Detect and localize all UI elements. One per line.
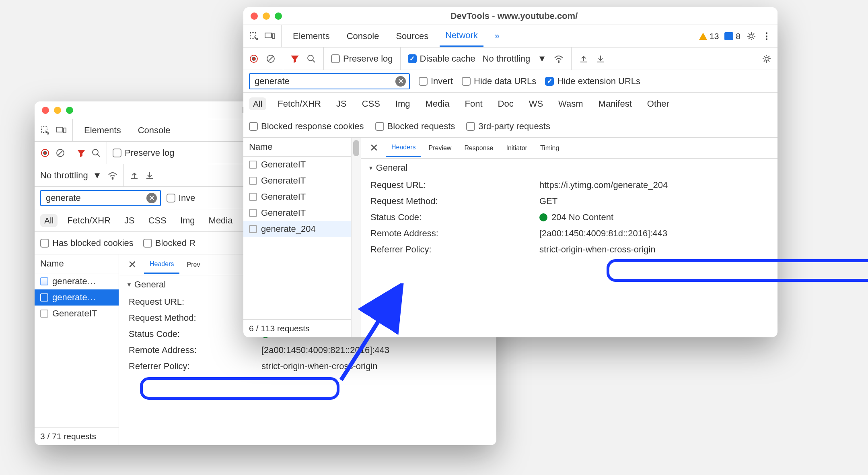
- type-doc[interactable]: Doc: [494, 97, 518, 110]
- type-fetchxhr[interactable]: Fetch/XHR: [274, 97, 325, 110]
- messages-badge[interactable]: 8: [724, 31, 740, 41]
- close-window-icon[interactable]: [42, 107, 49, 114]
- type-other[interactable]: Other: [643, 97, 673, 110]
- tab-initiator[interactable]: Initiator: [500, 140, 533, 157]
- scrollbar[interactable]: [351, 138, 361, 337]
- type-img[interactable]: Img: [176, 214, 199, 227]
- wifi-icon[interactable]: [553, 54, 564, 63]
- filter-icon[interactable]: [290, 54, 299, 63]
- filter-input[interactable]: generate ✕: [40, 190, 161, 206]
- blocked-response-cookies-checkbox[interactable]: Blocked response cookies: [249, 121, 364, 132]
- general-section[interactable]: General: [361, 159, 777, 177]
- type-img[interactable]: Img: [391, 97, 414, 110]
- type-js[interactable]: JS: [332, 97, 351, 110]
- request-row[interactable]: generate…: [35, 289, 119, 306]
- kv-request-url: Request URL:https://i.ytimg.com/generate…: [361, 177, 777, 193]
- search-icon[interactable]: [91, 148, 101, 158]
- upload-icon[interactable]: [579, 54, 588, 64]
- device-icon[interactable]: [264, 32, 276, 41]
- network-settings-icon[interactable]: [761, 54, 772, 64]
- svg-rect-1: [56, 127, 63, 132]
- tab-network[interactable]: Network: [440, 25, 483, 47]
- tab-timing[interactable]: Timing: [535, 140, 565, 157]
- inspect-icon[interactable]: [249, 31, 259, 41]
- close-detail-icon[interactable]: ✕: [122, 258, 142, 271]
- tab-console[interactable]: Console: [341, 26, 385, 46]
- request-list: generate… generate… GenerateIT: [35, 273, 119, 427]
- type-font[interactable]: Font: [461, 97, 486, 110]
- type-media[interactable]: Media: [422, 97, 454, 110]
- svg-rect-9: [265, 33, 272, 38]
- type-media[interactable]: Media: [205, 214, 237, 227]
- kebab-menu-icon[interactable]: ⋮: [762, 31, 772, 41]
- request-row[interactable]: GenerateIT: [243, 189, 351, 205]
- type-manifest[interactable]: Manifest: [594, 97, 636, 110]
- filter-row: generate ✕ Invert Hide data URLs ✓Hide e…: [243, 70, 777, 93]
- type-all[interactable]: All: [249, 97, 266, 110]
- preserve-log-checkbox[interactable]: ✓Preserve log: [113, 148, 175, 158]
- filter-input[interactable]: generate ✕: [249, 73, 410, 89]
- request-row[interactable]: generate_204: [243, 221, 351, 237]
- request-row[interactable]: GenerateIT: [243, 173, 351, 189]
- settings-icon[interactable]: [746, 31, 757, 41]
- clear-filter-icon[interactable]: ✕: [146, 193, 157, 203]
- invert-checkbox[interactable]: Invert: [419, 76, 453, 87]
- record-icon[interactable]: [249, 54, 259, 64]
- tab-response[interactable]: Response: [459, 140, 499, 157]
- tab-headers[interactable]: Headers: [144, 256, 179, 274]
- type-wasm[interactable]: Wasm: [554, 97, 587, 110]
- scrollbar-thumb[interactable]: [353, 140, 359, 156]
- xhr-icon: [249, 209, 257, 217]
- inspect-icon[interactable]: [40, 126, 50, 135]
- type-fetchxhr[interactable]: Fetch/XHR: [63, 214, 115, 227]
- request-row[interactable]: GenerateIT: [243, 205, 351, 221]
- type-all[interactable]: All: [40, 214, 58, 227]
- more-tabs-icon[interactable]: »: [489, 26, 505, 46]
- upload-icon[interactable]: [130, 171, 139, 180]
- type-ws[interactable]: WS: [525, 97, 547, 110]
- invert-checkbox[interactable]: Inve: [167, 193, 195, 203]
- request-row[interactable]: GenerateIT: [35, 306, 119, 322]
- search-icon[interactable]: [306, 54, 316, 64]
- type-css[interactable]: CSS: [358, 97, 384, 110]
- type-css[interactable]: CSS: [144, 214, 171, 227]
- throttle-select[interactable]: No throttling ▼: [40, 170, 102, 181]
- device-icon[interactable]: [56, 126, 67, 135]
- tab-preview[interactable]: Preview: [423, 140, 457, 157]
- hide-extension-urls-checkbox[interactable]: ✓Hide extension URLs: [545, 76, 640, 87]
- download-icon[interactable]: [145, 171, 154, 180]
- throttle-select[interactable]: No throttling ▼: [483, 54, 547, 64]
- tab-preview[interactable]: Prev: [181, 256, 206, 273]
- tab-elements[interactable]: Elements: [287, 26, 335, 46]
- blocked-requests-checkbox[interactable]: Blocked requests: [375, 121, 455, 132]
- clear-icon[interactable]: [56, 148, 65, 158]
- tab-elements[interactable]: Elements: [78, 120, 127, 140]
- svg-point-16: [558, 61, 559, 62]
- blocked-requests-checkbox[interactable]: Blocked R: [143, 238, 195, 248]
- third-party-requests-checkbox[interactable]: 3rd-party requests: [466, 121, 550, 132]
- disable-cache-checkbox[interactable]: ✓Disable cache: [408, 54, 475, 64]
- svg-rect-2: [64, 128, 66, 133]
- filter-icon[interactable]: [77, 149, 86, 157]
- download-icon[interactable]: [596, 54, 605, 64]
- request-row[interactable]: generate…: [35, 273, 119, 289]
- clear-icon[interactable]: [266, 54, 276, 64]
- preserve-log-label: Preserve log: [125, 148, 175, 158]
- close-detail-icon[interactable]: ✕: [364, 142, 384, 154]
- blocked-cookies-checkbox[interactable]: Has blocked cookies: [40, 238, 134, 248]
- type-js[interactable]: JS: [120, 214, 139, 227]
- name-column-header[interactable]: Name: [35, 254, 119, 273]
- clear-filter-icon[interactable]: ✕: [395, 76, 406, 87]
- hide-data-urls-checkbox[interactable]: Hide data URLs: [462, 76, 536, 87]
- tab-headers[interactable]: Headers: [386, 139, 421, 157]
- preserve-log-checkbox[interactable]: Preserve log: [331, 54, 393, 64]
- svg-point-6: [93, 149, 98, 155]
- name-column-header[interactable]: Name: [243, 138, 351, 157]
- request-row[interactable]: GenerateIT: [243, 157, 351, 173]
- tab-sources[interactable]: Sources: [390, 26, 434, 46]
- warnings-badge[interactable]: 13: [699, 31, 719, 41]
- tab-console[interactable]: Console: [132, 120, 176, 140]
- wifi-icon[interactable]: [107, 171, 118, 180]
- close-window-icon[interactable]: [251, 12, 258, 20]
- record-icon[interactable]: [40, 148, 50, 158]
